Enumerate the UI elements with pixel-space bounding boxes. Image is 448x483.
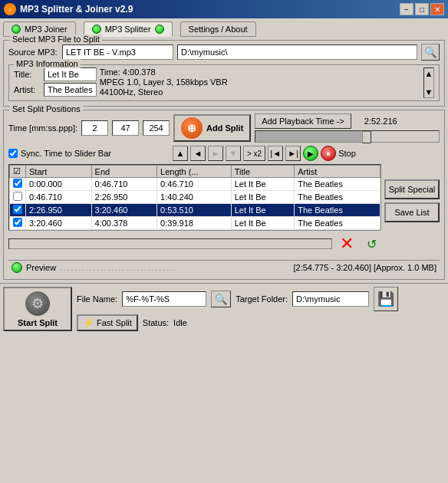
row-end-1: 2:26.950 <box>91 191 157 204</box>
refresh-button[interactable]: ↺ <box>361 234 381 254</box>
row-checkbox-2[interactable] <box>13 205 22 214</box>
target-folder-input[interactable] <box>292 291 369 307</box>
split-table-container: ☑ Start End Length (... Title Artist 0:0… <box>8 164 381 231</box>
horizontal-scrollbar[interactable] <box>8 238 332 249</box>
artist-row: Artist: The Beatles <box>14 83 97 97</box>
preview-info: [2:54.775 - 3:20.460] [Approx. 1.0 MB] <box>293 263 436 272</box>
table-row[interactable]: 3:20.460 4:00.378 0:39.918 Let It Be The… <box>10 217 380 230</box>
skip-fwd-icon[interactable]: ►| <box>285 146 301 161</box>
x2-button[interactable]: > x2 <box>243 146 265 161</box>
save-list-button[interactable]: Save List <box>384 202 440 222</box>
save-icon: 💾 <box>377 291 394 307</box>
row-checkbox-0[interactable] <box>13 179 22 188</box>
close-button[interactable]: ✕ <box>430 3 444 15</box>
row-checkbox-cell[interactable] <box>10 178 26 191</box>
time-minutes-input[interactable] <box>81 120 108 136</box>
row-artist-0: The Beatles <box>295 178 380 191</box>
time-mm-ss-label: Time [mm:ss.ppp]: <box>8 123 77 133</box>
add-playback-button[interactable]: Add Playback Time -> <box>255 113 351 129</box>
title-label: Title: <box>14 70 41 79</box>
maximize-button[interactable]: □ <box>415 3 429 15</box>
time-seconds-input[interactable] <box>112 120 139 136</box>
sync-left: Sync. Time to Slider Bar <box>8 149 111 158</box>
tab-settings[interactable]: Settings / About <box>180 21 256 37</box>
fast-split-button[interactable]: ⚡ Fast Split <box>77 314 138 331</box>
time-row: Time [mm:ss.ppp]: ⊕ Add Split Add Playba… <box>8 113 440 143</box>
table-wrapper: ☑ Start End Length (... Title Artist 0:0… <box>8 164 440 257</box>
nav-down-icon[interactable]: ▼ <box>226 146 241 161</box>
preview-dots: ................................ <box>60 264 289 272</box>
split-table: ☑ Start End Length (... Title Artist 0:0… <box>9 165 380 230</box>
bottom-middle: File Name: 🔍 Target Folder: 💾 ⚡ Fast Spl… <box>77 287 445 331</box>
title-field[interactable]: Let It Be <box>44 67 97 81</box>
slider-thumb[interactable] <box>362 131 371 143</box>
play-button[interactable]: ▶ <box>303 146 318 161</box>
table-row[interactable]: 2:26.950 3:20.460 0:53.510 Let It Be The… <box>10 204 380 217</box>
artist-field[interactable]: The Beatles <box>44 83 97 97</box>
stop-label[interactable]: Stop <box>338 149 356 158</box>
app-icon: ♪ <box>4 3 16 15</box>
file-browse-icon: 🔍 <box>215 294 228 305</box>
add-split-label: Add Split <box>206 123 243 133</box>
th-end: End <box>91 166 157 178</box>
save-list-label: Save List <box>394 208 429 217</box>
table-header-row: ☑ Start End Length (... Title Artist <box>10 166 380 178</box>
source-path-field[interactable]: D:\mymusic\ <box>177 44 417 60</box>
row-checkbox-cell[interactable] <box>10 204 26 217</box>
sync-checkbox[interactable] <box>8 149 18 158</box>
slider-track[interactable] <box>255 130 440 143</box>
row-artist-2: The Beatles <box>295 204 380 217</box>
skip-back-icon[interactable]: |◄ <box>268 146 283 161</box>
title-bar: ♪ MP3 Splitter & Joiner v2.9 − □ ✕ <box>0 0 448 18</box>
row-checkbox-cell[interactable] <box>10 217 26 230</box>
start-split-button[interactable]: ⚙ Start Split <box>3 287 72 331</box>
sync-row: Sync. Time to Slider Bar ▲ ◄ ► ▼ > x2 |◄… <box>8 146 440 161</box>
nav-up-icon[interactable]: ▲ <box>173 146 188 161</box>
row-title-0: Let It Be <box>231 178 295 191</box>
file-name-input[interactable] <box>122 291 206 307</box>
row-checkbox-3[interactable] <box>13 218 22 227</box>
browse-button[interactable]: 🔍 <box>421 44 440 61</box>
stop-button[interactable]: ■ <box>321 146 336 161</box>
row-checkbox-1[interactable] <box>13 192 22 201</box>
minimize-button[interactable]: − <box>400 3 413 15</box>
source-filename-value: LET IT BE - V.mp3 <box>66 48 136 57</box>
time-info: Time: 4:00.378 <box>100 67 420 77</box>
row-length-2: 0:53.510 <box>157 204 232 217</box>
preview-dot <box>12 262 22 273</box>
nav-right-icon[interactable]: ► <box>208 146 223 161</box>
delete-icon: ✕ <box>340 234 354 254</box>
add-split-button[interactable]: ⊕ Add Split <box>173 114 251 142</box>
row-end-0: 0:46.710 <box>91 178 157 191</box>
playback-time-display: 2:52.216 <box>355 117 397 126</box>
tab-splitter-label: MP3 Splitter <box>105 25 151 34</box>
save-button[interactable]: 💾 <box>374 287 398 311</box>
row-checkbox-cell[interactable] <box>10 191 26 204</box>
th-checkbox: ☑ <box>10 166 26 178</box>
split-special-button[interactable]: Split Special <box>384 179 440 199</box>
artist-value: The Beatles <box>48 85 93 94</box>
nav-left-icon[interactable]: ◄ <box>190 146 206 161</box>
add-split-icon: ⊕ <box>181 117 203 139</box>
splitter-dot <box>92 25 101 34</box>
table-row[interactable]: 0:46.710 2:26.950 1:40.240 Let It Be The… <box>10 191 380 204</box>
split-positions-label: Set Split Positions <box>10 104 83 113</box>
browse-icon: 🔍 <box>424 47 437 58</box>
table-row[interactable]: 0:00.000 0:46.710 0:46.710 Let It Be The… <box>10 178 380 191</box>
source-filename-field[interactable]: LET IT BE - V.mp3 <box>62 44 173 60</box>
tab-joiner-label: MP3 Joiner <box>25 25 68 34</box>
split-special-label: Split Special <box>389 185 436 194</box>
time-ms-input[interactable] <box>143 120 170 136</box>
row-title-1: Let It Be <box>231 191 295 204</box>
scroll-row: ✕ ↺ <box>8 234 381 254</box>
preview-row: Preview ................................… <box>8 260 440 274</box>
delete-button[interactable]: ✕ <box>337 234 357 254</box>
th-artist: Artist <box>295 166 380 178</box>
th-start: Start <box>26 166 92 178</box>
source-row: Source MP3: LET IT BE - V.mp3 D:\mymusic… <box>8 44 440 61</box>
file-browse-button[interactable]: 🔍 <box>211 291 231 307</box>
info-scrollbar[interactable]: ▲ ▼ <box>423 67 434 98</box>
table-side-buttons: Split Special Save List <box>384 164 440 257</box>
select-mp3-section: Select MP3 File to Split Source MP3: LET… <box>3 40 445 107</box>
file-name-label: File Name: <box>77 294 117 304</box>
